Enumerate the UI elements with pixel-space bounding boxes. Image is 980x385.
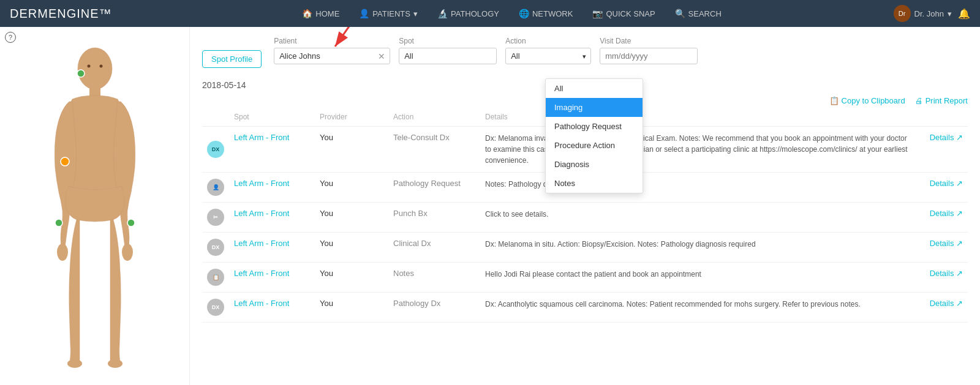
link-cell: Details ↗ [919,263,968,293]
details-cell: Dx: Melanoma in situ. Action: Biopsy/Exc… [480,233,919,263]
svg-point-7 [99,65,102,68]
avatar: Dr [894,5,911,22]
patient-input[interactable] [274,48,390,64]
action-icon: 📋 [207,269,224,286]
svg-point-5 [108,359,123,368]
action-cell: Pathology Dx [388,293,480,323]
nav-right: Dr Dr. John ▾ 🔔 [894,5,970,22]
nav-search[interactable]: 🔍 SEARCH [666,0,730,27]
patients-dropdown-icon: ▾ [413,9,418,18]
notifications-bell[interactable]: 🔔 [958,8,970,20]
details-link[interactable]: Details ↗ [930,269,963,278]
details-link[interactable]: Details ↗ [930,299,963,308]
spot-link[interactable]: Left Arm - Front [234,133,289,142]
col-action: Action [388,110,480,127]
dropdown-item-procedure-action[interactable]: Procedure Action [546,136,643,155]
nav-items: 🏠 HOME 👤 PATIENTS ▾ 🔬 PATHOLOGY 🌐 NETWOR… [130,0,894,27]
visit-date-input[interactable] [600,48,698,64]
provider-cell: You [315,233,388,263]
body-sidebar: ? [0,27,190,385]
print-icon: 🖨 [915,96,923,105]
details-link[interactable]: Details ↗ [930,179,963,188]
action-dropdown-menu: All Imaging Pathology Request Procedure … [545,78,643,193]
nav-pathology-label: PATHOLOGY [451,9,499,18]
main-content: ? [0,27,980,385]
patient-clear-icon[interactable]: ✕ [378,51,385,61]
search-icon: 🔍 [675,9,685,18]
row-icon-cell: DX [202,127,229,173]
nav-patients[interactable]: 👤 PATIENTS ▾ [350,0,426,27]
spot-link[interactable]: Left Arm - Front [234,239,289,248]
copy-clipboard-button[interactable]: 📋 Copy to Clipboard [829,96,905,105]
svg-point-3 [122,244,133,261]
patient-input-wrap: ✕ [274,48,390,64]
nav-home[interactable]: 🏠 HOME [293,0,348,27]
user-dropdown-icon: ▾ [948,9,952,18]
svg-point-2 [57,244,68,261]
navbar: DERMENGINE™ 🏠 HOME 👤 PATIENTS ▾ 🔬 PATHOL… [0,0,980,27]
row-icon-cell: DX [202,293,229,323]
action-cell: Tele-Consult Dx [388,127,480,173]
help-icon[interactable]: ? [5,32,16,43]
brand-prefix: DERM [10,7,48,20]
patient-label: Patient [274,37,390,45]
nav-network[interactable]: 🌐 NETWORK [510,0,581,27]
user-menu[interactable]: Dr Dr. John ▾ [894,5,952,22]
dropdown-item-diagnosis[interactable]: Diagnosis [546,155,643,174]
provider-cell: You [315,293,388,323]
body-svg [31,39,159,370]
action-select-wrap: All Imaging Pathology Request Procedure … [505,48,591,64]
row-icon-cell: 👤 [202,173,229,203]
spot-link[interactable]: Left Arm - Front [234,209,289,218]
details-link[interactable]: Details ↗ [930,239,963,248]
right-panel: Spot Profile Patient [190,27,980,385]
nav-quicksnap[interactable]: 📷 QUICK SNAP [584,0,663,27]
link-cell: Details ↗ [919,173,968,203]
dropdown-item-imaging[interactable]: Imaging [546,98,643,117]
row-icon-cell: ✂ [202,203,229,233]
nav-search-label: SEARCH [688,9,722,18]
details-link[interactable]: Details ↗ [930,133,963,142]
details-cell: Hello Jodi Rai please contact the patien… [480,263,919,293]
provider-cell: You [315,203,388,233]
dropdown-item-all[interactable]: All [546,79,643,98]
action-cell: Pathology Request [388,173,480,203]
spot-cell: Left Arm - Front [229,127,315,173]
spot-link[interactable]: Left Arm - Front [234,269,289,278]
user-name: Dr. John [914,9,944,18]
print-label: Print Report [925,96,968,105]
action-icon: 👤 [207,179,224,196]
copy-label: Copy to Clipboard [842,96,905,105]
visit-date-filter: Visit Date [600,37,698,64]
spot-profile-button[interactable]: Spot Profile [202,50,262,68]
action-select[interactable]: All Imaging Pathology Request Procedure … [505,48,591,64]
spot-cell: Left Arm - Front [229,173,315,203]
svg-point-6 [87,65,90,68]
brand-suffix: ENGINE™ [48,7,112,20]
print-report-button[interactable]: 🖨 Print Report [915,96,968,105]
filter-group: Patient [274,37,968,64]
dropdown-item-notes[interactable]: Notes [546,174,643,193]
provider-cell: You [315,173,388,203]
col-icon [202,110,229,127]
spot-label: Spot [399,37,497,45]
nav-pathology[interactable]: 🔬 PATHOLOGY [429,0,508,27]
nav-quicksnap-label: QUICK SNAP [606,9,655,18]
dropdown-item-pathology-request[interactable]: Pathology Request [546,117,643,136]
col-provider: Provider [315,110,388,127]
patients-icon: 👤 [359,9,369,18]
spot-cell: Left Arm - Front [229,263,315,293]
details-link[interactable]: Details ↗ [930,209,963,218]
col-link [919,110,968,127]
spot-cell: Left Arm - Front [229,203,315,233]
provider-cell: You [315,263,388,293]
spot-link[interactable]: Left Arm - Front [234,299,289,308]
svg-point-9 [61,157,69,166]
svg-point-4 [67,359,82,368]
provider-cell: You [315,127,388,173]
spot-cell: Left Arm - Front [229,293,315,323]
spot-link[interactable]: Left Arm - Front [234,179,289,188]
svg-point-0 [78,48,112,89]
spot-input[interactable] [399,48,497,64]
brand-logo: DERMENGINE™ [10,7,112,21]
